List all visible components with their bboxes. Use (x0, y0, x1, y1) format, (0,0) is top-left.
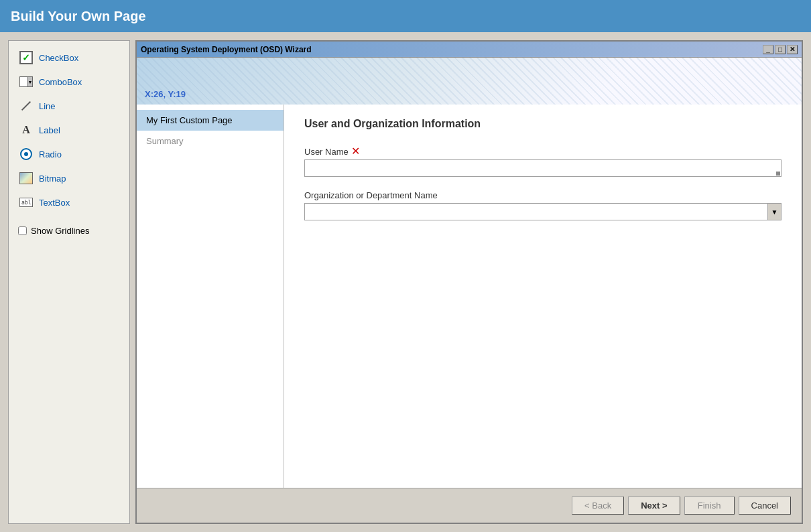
app-title-bar: Build Your Own Page (0, 0, 811, 32)
orgname-combo-wrapper: ▼ (304, 203, 782, 220)
toolbox-panel: CheckBox ▼ ComboBox Line A (8, 40, 130, 524)
orgname-label: Organization or Department Name (304, 190, 782, 200)
username-label: User Name ✕ (304, 146, 782, 157)
app-title: Build Your Own Page (11, 9, 146, 24)
wizard-coords: X:26, Y:19 (145, 89, 186, 99)
nav-item-custom-page[interactable]: My First Custom Page (137, 110, 284, 131)
textbox-label: TextBox (39, 198, 70, 208)
show-gridlines-container: Show Gridlines (13, 223, 125, 239)
label-label: Label (39, 125, 60, 135)
combobox-icon: ▼ (19, 74, 34, 89)
minimize-button[interactable]: _ (763, 45, 773, 54)
toolbox-item-textbox[interactable]: abl TextBox (13, 191, 125, 214)
label-icon: A (19, 123, 34, 137)
orgname-input[interactable] (305, 204, 767, 220)
outer-layout: CheckBox ▼ ComboBox Line A (0, 32, 811, 532)
checkbox-label: CheckBox (39, 53, 78, 63)
line-label: Line (39, 101, 56, 111)
wizard-content: User and Organization Information User N… (284, 105, 802, 488)
bitmap-icon (19, 171, 34, 186)
wizard-title: Operating System Deployment (OSD) Wizard (141, 45, 312, 54)
wizard-body: My First Custom Page Summary User and Or… (137, 105, 802, 488)
finish-button[interactable]: Finish (684, 496, 735, 515)
wizard-footer: < Back Next > Finish Cancel (137, 488, 802, 523)
section-title: User and Organization Information (304, 118, 782, 130)
nav-item-summary[interactable]: Summary (137, 131, 284, 151)
wizard-window: Operating System Deployment (OSD) Wizard… (135, 40, 803, 524)
wizard-header: X:26, Y:19 (137, 58, 802, 105)
username-input-wrapper (304, 159, 782, 177)
username-input[interactable] (304, 159, 782, 177)
combobox-label: ComboBox (39, 77, 82, 87)
orgname-combo-button[interactable]: ▼ (767, 204, 781, 220)
toolbox-item-radio[interactable]: Radio (13, 143, 125, 165)
wizard-titlebar: Operating System Deployment (OSD) Wizard… (137, 42, 802, 58)
back-button[interactable]: < Back (572, 496, 624, 515)
bitmap-label: Bitmap (39, 174, 66, 184)
checkbox-icon (19, 50, 34, 65)
next-button[interactable]: Next > (628, 496, 680, 515)
toolbox-item-bitmap[interactable]: Bitmap (13, 167, 125, 190)
line-icon (19, 98, 34, 113)
show-gridlines-label[interactable]: Show Gridlines (31, 226, 89, 236)
show-gridlines-checkbox[interactable] (18, 226, 27, 235)
toolbox-item-label[interactable]: A Label (13, 119, 125, 141)
header-pattern (137, 58, 802, 105)
wizard-window-controls: _ □ ✕ (763, 45, 798, 54)
toolbox-item-checkbox[interactable]: CheckBox (13, 46, 125, 69)
username-required-marker: ✕ (351, 146, 360, 157)
textbox-icon: abl (19, 195, 34, 210)
cancel-button[interactable]: Cancel (739, 496, 791, 515)
close-button[interactable]: ✕ (787, 45, 798, 54)
toolbox-item-line[interactable]: Line (13, 94, 125, 117)
orgname-field-container: Organization or Department Name ▼ (304, 190, 782, 220)
wizard-nav: My First Custom Page Summary (137, 105, 284, 488)
username-field-container: User Name ✕ (304, 146, 782, 177)
radio-icon (19, 147, 34, 161)
maximize-button[interactable]: □ (775, 45, 786, 54)
toolbox-item-combobox[interactable]: ▼ ComboBox (13, 70, 125, 93)
radio-label: Radio (39, 149, 62, 159)
username-resize-handle[interactable] (776, 172, 780, 176)
